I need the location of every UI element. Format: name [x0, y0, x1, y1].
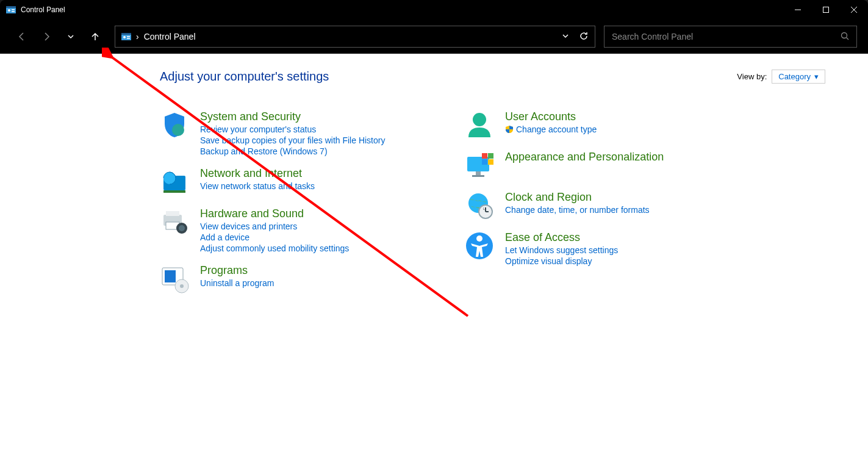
titlebar: Control Panel: [0, 0, 868, 20]
search-icon: [841, 32, 849, 42]
category-sublink[interactable]: Add a device: [200, 232, 349, 242]
category-clock-region: L Clock and Region Change date, time, or…: [465, 191, 721, 220]
category-link[interactable]: System and Security: [200, 110, 385, 123]
category-network-internet: Network and Internet View network status…: [160, 167, 416, 196]
address-bar[interactable]: › Control Panel: [115, 26, 595, 48]
svg-rect-4: [12, 11, 15, 12]
category-sublink[interactable]: Save backup copies of your files with Fi…: [200, 135, 385, 145]
refresh-button[interactable]: [579, 31, 589, 43]
close-button[interactable]: [840, 0, 868, 20]
page-title: Adjust your computer's settings: [160, 70, 329, 84]
svg-rect-35: [482, 159, 487, 165]
category-sublink[interactable]: Backup and Restore (Windows 7): [200, 146, 385, 156]
search-input[interactable]: [612, 32, 841, 41]
category-link[interactable]: Clock and Region: [505, 191, 650, 204]
svg-rect-6: [823, 7, 829, 13]
accessibility-icon: [465, 231, 494, 261]
category-sublink[interactable]: View network status and tasks: [200, 181, 315, 191]
svg-rect-3: [12, 9, 15, 10]
svg-rect-10: [121, 33, 131, 35]
svg-point-11: [123, 36, 126, 38]
viewby-value: Category: [778, 72, 811, 81]
chevron-right-icon: ›: [136, 32, 139, 41]
monitor-tiles-icon: [465, 151, 494, 180]
svg-line-15: [847, 37, 849, 40]
maximize-button[interactable]: [812, 0, 840, 20]
category-ease-of-access: Ease of Access Let Windows suggest setti…: [465, 231, 721, 266]
svg-rect-33: [482, 153, 487, 159]
search-box[interactable]: [604, 26, 857, 48]
programs-disc-icon: [160, 264, 189, 293]
category-link[interactable]: Ease of Access: [505, 231, 618, 244]
minimize-button[interactable]: [784, 0, 812, 20]
viewby-dropdown[interactable]: Category ▾: [772, 70, 825, 84]
svg-rect-13: [127, 38, 130, 39]
category-user-accounts: User Accounts Change account type: [465, 110, 721, 140]
up-button[interactable]: [84, 26, 106, 48]
svg-rect-12: [127, 36, 130, 37]
category-sublink[interactable]: Optimize visual display: [505, 256, 618, 266]
category-sublink[interactable]: View devices and printers: [200, 221, 349, 231]
svg-point-28: [180, 284, 184, 288]
category-link[interactable]: User Accounts: [505, 110, 597, 123]
category-link[interactable]: Appearance and Personalization: [505, 151, 664, 164]
category-sublink[interactable]: Uninstall a program: [200, 278, 274, 288]
category-sublink[interactable]: Change account type: [505, 124, 597, 134]
category-link[interactable]: Programs: [200, 264, 274, 277]
category-programs: Programs Uninstall a program: [160, 264, 416, 293]
content-area: Adjust your computer's settings View by:…: [0, 54, 868, 460]
category-sublink[interactable]: Review your computer's status: [200, 124, 385, 134]
navbar: › Control Panel: [0, 20, 868, 54]
view-by: View by: Category ▾: [737, 70, 825, 84]
category-link[interactable]: Network and Internet: [200, 167, 315, 180]
svg-rect-34: [488, 153, 493, 159]
svg-rect-1: [6, 6, 16, 8]
printer-camera-icon: [160, 207, 189, 237]
svg-rect-32: [472, 175, 484, 177]
category-column-left: System and Security Review your computer…: [160, 110, 416, 293]
chevron-down-icon: ▾: [814, 72, 819, 81]
uac-shield-icon: [505, 125, 514, 134]
svg-text:L: L: [483, 207, 485, 210]
svg-point-29: [473, 113, 486, 126]
globe-monitor-icon: [160, 167, 189, 196]
category-hardware-sound: Hardware and Sound View devices and prin…: [160, 207, 416, 253]
svg-point-16: [172, 124, 184, 136]
svg-point-14: [842, 32, 847, 38]
breadcrumb[interactable]: Control Panel: [144, 32, 196, 41]
viewby-label: View by:: [737, 72, 767, 81]
category-appearance-personalization: Appearance and Personalization: [465, 151, 721, 180]
category-sublink[interactable]: Adjust commonly used mobility settings: [200, 243, 349, 253]
shield-icon: [160, 110, 189, 140]
svg-point-24: [179, 225, 185, 231]
back-button[interactable]: [11, 26, 33, 48]
forward-button[interactable]: [35, 26, 57, 48]
svg-rect-18: [163, 190, 185, 193]
control-panel-icon: [121, 32, 131, 41]
svg-rect-21: [166, 211, 179, 216]
category-column-right: User Accounts Change account type Appear…: [465, 110, 721, 293]
address-dropdown[interactable]: [562, 32, 569, 41]
svg-rect-31: [476, 171, 481, 175]
window-title: Control Panel: [21, 5, 65, 14]
svg-point-43: [476, 235, 482, 242]
recent-dropdown[interactable]: [60, 26, 82, 48]
category-sublink[interactable]: Let Windows suggest settings: [505, 245, 618, 255]
svg-rect-36: [488, 159, 493, 165]
category-sublink[interactable]: Change date, time, or number formats: [505, 205, 650, 215]
category-system-security: System and Security Review your computer…: [160, 110, 416, 156]
svg-point-2: [8, 9, 10, 12]
globe-clock-icon: L: [465, 191, 494, 220]
category-link[interactable]: Hardware and Sound: [200, 207, 349, 220]
user-icon: [465, 110, 494, 140]
control-panel-icon: [6, 5, 16, 15]
svg-rect-26: [165, 270, 176, 282]
control-panel-window: Control Panel › Control Panel: [0, 0, 868, 460]
